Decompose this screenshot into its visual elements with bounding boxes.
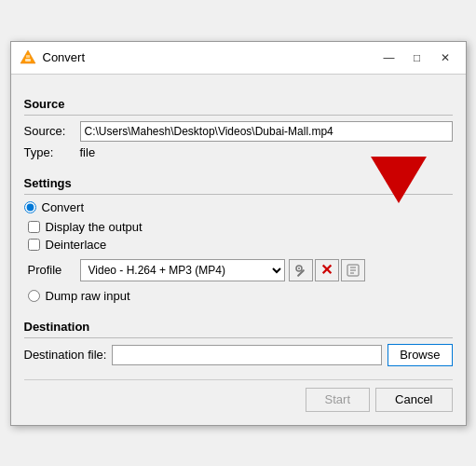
- destination-input[interactable]: [112, 345, 382, 365]
- destination-section: Destination Destination file: Browse: [24, 312, 453, 366]
- profile-delete-button[interactable]: ✕: [315, 259, 339, 281]
- bottom-buttons: Start Cancel: [24, 379, 453, 412]
- cancel-button[interactable]: Cancel: [375, 388, 452, 412]
- destination-file-label: Destination file:: [24, 348, 107, 362]
- close-button[interactable]: ✕: [432, 48, 458, 68]
- convert-radio[interactable]: [24, 201, 36, 213]
- vlc-icon: [19, 48, 37, 67]
- convert-radio-label: Convert: [42, 200, 85, 214]
- start-button[interactable]: Start: [306, 388, 370, 412]
- deinterlace-checkbox[interactable]: [28, 239, 40, 251]
- browse-button[interactable]: Browse: [388, 344, 452, 366]
- svg-rect-1: [25, 59, 31, 62]
- profile-edit-button[interactable]: [289, 259, 313, 281]
- display-output-checkbox[interactable]: [28, 221, 40, 233]
- settings-section: Settings Convert Display the output Dein…: [24, 169, 453, 308]
- convert-window: Convert — □ ✕ Source Source: Type: file …: [10, 41, 467, 426]
- dump-row: Dump raw input: [28, 289, 453, 303]
- source-divider: [24, 115, 453, 116]
- destination-section-label: Destination: [24, 320, 453, 334]
- svg-point-5: [298, 267, 300, 269]
- destination-row: Destination file: Browse: [24, 344, 453, 366]
- destination-divider: [24, 337, 453, 338]
- profile-buttons: ✕: [289, 259, 365, 281]
- deinterlace-row: Deinterlace: [28, 238, 453, 252]
- type-label: Type:: [24, 145, 80, 159]
- profile-container: Profile Video - H.264 + MP3 (MP4) Video …: [24, 259, 453, 281]
- title-bar: Convert — □ ✕: [11, 42, 466, 75]
- profile-row: Profile Video - H.264 + MP3 (MP4) Video …: [24, 259, 453, 281]
- source-section-label: Source: [24, 97, 453, 111]
- type-value: file: [80, 145, 96, 159]
- svg-rect-2: [26, 55, 30, 58]
- dump-radio[interactable]: [28, 290, 40, 302]
- profile-new-button[interactable]: [341, 259, 365, 281]
- source-input[interactable]: [80, 121, 453, 142]
- window-controls: — □ ✕: [376, 48, 458, 68]
- window-title: Convert: [43, 50, 376, 64]
- window-content: Source Source: Type: file Settings Conve…: [11, 75, 466, 425]
- source-section: Source Source: Type: file: [24, 89, 453, 163]
- source-row: Source:: [24, 121, 453, 142]
- source-label: Source:: [24, 124, 80, 138]
- dump-label: Dump raw input: [46, 289, 130, 303]
- new-profile-icon: [347, 264, 360, 277]
- wrench-icon: [294, 264, 307, 277]
- maximize-button[interactable]: □: [404, 48, 430, 68]
- display-output-label: Display the output: [46, 220, 143, 234]
- profile-label: Profile: [28, 263, 80, 277]
- profile-select[interactable]: Video - H.264 + MP3 (MP4) Video - H.265 …: [80, 259, 285, 281]
- display-output-row: Display the output: [28, 220, 453, 234]
- arrow-head: [371, 157, 427, 203]
- minimize-button[interactable]: —: [376, 48, 402, 68]
- deinterlace-label: Deinterlace: [46, 238, 107, 252]
